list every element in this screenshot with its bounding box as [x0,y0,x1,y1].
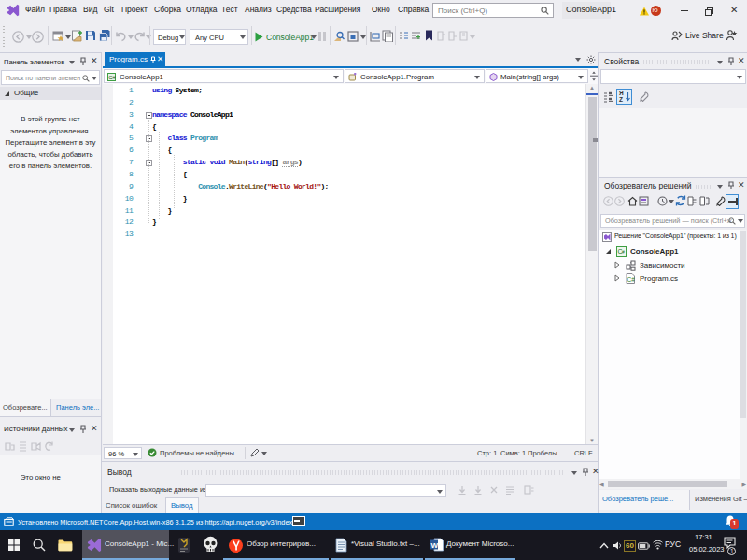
svg-text:C#: C# [627,276,636,283]
svg-text:#: # [622,249,625,255]
svg-text:C#: C# [108,75,116,80]
svg-text:W: W [431,541,439,550]
